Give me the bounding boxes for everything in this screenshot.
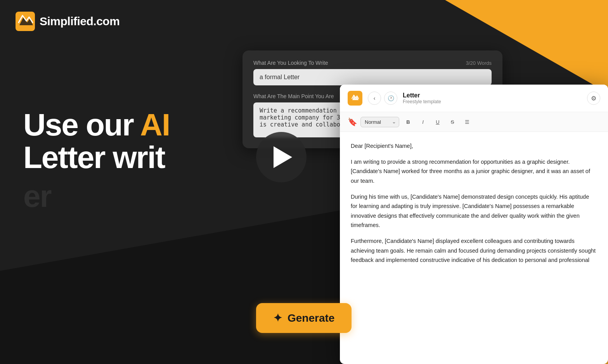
editor-content[interactable]: Dear [Recipient's Name], I am writing to…: [340, 132, 608, 364]
hero-line1: Use our AI: [23, 109, 170, 141]
format-select-wrapper: Normal Heading 1 Heading 2: [360, 117, 399, 127]
editor-history-button[interactable]: 🕐: [384, 92, 397, 105]
editor-paragraph-1: I am writing to provide a strong recomme…: [351, 157, 597, 186]
hero-section: Use our AI Letter writ: [23, 109, 170, 174]
underline-button[interactable]: U: [432, 116, 443, 128]
editor-back-button[interactable]: ‹: [368, 92, 381, 105]
editor-subtitle: Freestyle template: [403, 99, 582, 104]
bookmark-icon[interactable]: 🔖: [348, 117, 357, 127]
hero-line2: Letter writ: [23, 141, 170, 174]
generate-label: Generate: [288, 312, 334, 324]
what-to-write-input[interactable]: [253, 69, 492, 85]
editor-panel: ‹ 🕐 Letter Freestyle template ⚙ 🔖 Normal…: [340, 85, 608, 364]
editor-paragraph-3: Furthermore, [Candidate's Name] displaye…: [351, 236, 597, 265]
editor-title: Letter: [403, 92, 582, 99]
editor-settings-button[interactable]: ⚙: [587, 92, 600, 105]
generate-icon: ✦: [273, 312, 282, 324]
input-label-1: What Are You Looking To Write: [253, 60, 328, 66]
editor-greeting: Dear [Recipient's Name],: [351, 141, 597, 151]
logo-text: Simplified.com: [40, 15, 120, 28]
editor-logo-icon: [348, 91, 362, 106]
input-panel-header: What Are You Looking To Write 3/20 Words: [253, 60, 492, 66]
play-button[interactable]: [256, 132, 307, 182]
play-button-container: [256, 132, 307, 182]
format-select[interactable]: Normal Heading 1 Heading 2: [360, 117, 399, 127]
hero-watermark: er: [23, 179, 51, 214]
play-triangle-icon: [274, 146, 292, 168]
logo-icon: [16, 12, 35, 31]
generate-button[interactable]: ✦ Generate: [256, 303, 352, 333]
header: Simplified.com: [16, 12, 120, 31]
editor-toolbar: 🔖 Normal Heading 1 Heading 2 B I U S ☰: [340, 112, 608, 132]
bold-button[interactable]: B: [402, 116, 414, 128]
editor-nav-buttons: ‹ 🕐: [368, 92, 397, 105]
editor-header: ‹ 🕐 Letter Freestyle template ⚙: [340, 85, 608, 112]
list-button[interactable]: ☰: [461, 116, 473, 128]
editor-title-area: Letter Freestyle template: [403, 92, 582, 104]
word-count: 3/20 Words: [466, 60, 492, 66]
strikethrough-button[interactable]: S: [447, 116, 458, 128]
italic-button[interactable]: I: [417, 116, 429, 128]
editor-paragraph-2: During his time with us, [Candidate's Na…: [351, 192, 597, 231]
